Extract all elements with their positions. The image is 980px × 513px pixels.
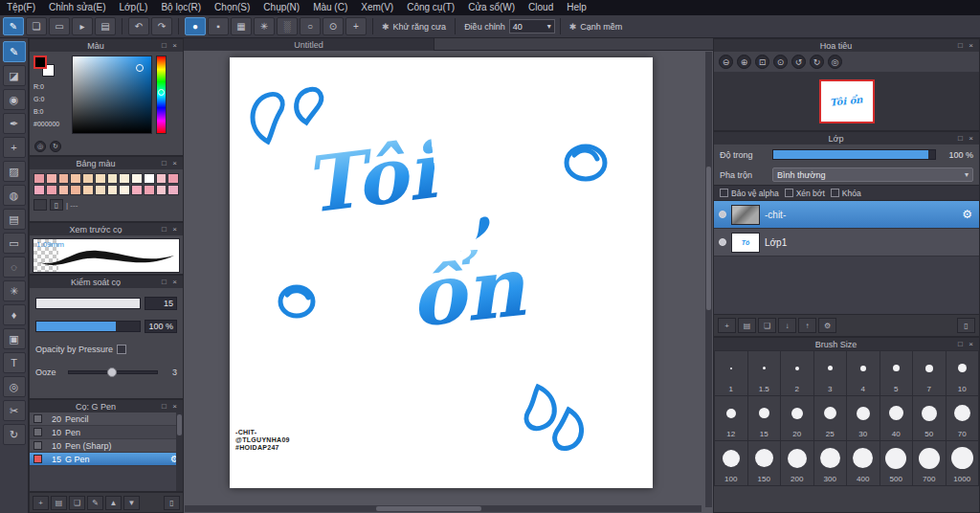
new-layer-icon[interactable]: + — [718, 318, 736, 333]
blend-mode-dropdown[interactable]: Bình thường ▾ — [772, 167, 973, 182]
horizontal-scrollbar[interactable] — [185, 505, 702, 512]
menu-tools[interactable]: Công cụ(T) — [400, 0, 461, 15]
navigator-thumbnail[interactable]: Tôi ổn — [819, 79, 875, 123]
brush-size-cell[interactable]: 10 — [947, 351, 979, 395]
new-folder-icon[interactable]: ▤ — [738, 318, 756, 333]
layer-settings-icon[interactable]: ⚙ — [818, 318, 836, 333]
brush-size-cell[interactable]: 12 — [715, 396, 747, 440]
brush-size-cell[interactable]: 400 — [847, 441, 880, 485]
duplicate-brush-icon[interactable]: ❏ — [69, 496, 85, 510]
magic-wand-tool-icon[interactable]: ✳ — [3, 280, 26, 301]
brush-size-cell[interactable]: 1000 — [947, 441, 979, 485]
brush-size-cell[interactable]: 300 — [814, 441, 847, 485]
brush-folder-icon[interactable]: ▤ — [51, 496, 67, 510]
swap-colors-icon[interactable]: ↻ — [50, 141, 61, 152]
scrollbar-thumb[interactable] — [376, 506, 481, 511]
delete-color-icon[interactable]: ▯ — [50, 199, 63, 211]
palette-swatch[interactable] — [33, 173, 45, 184]
brush-size-cell[interactable]: 5 — [880, 351, 913, 395]
canvas-viewport[interactable]: Tôi ổn -CHIT- — [184, 51, 713, 513]
add-brush-icon[interactable]: + — [33, 496, 49, 510]
window-icon[interactable]: ▭ — [49, 17, 70, 35]
saturation-value-picker[interactable] — [72, 56, 152, 134]
brush-size-cell[interactable]: 7 — [913, 351, 946, 395]
close-icon[interactable]: × — [966, 340, 976, 349]
brush-size-cell[interactable]: 30 — [847, 396, 880, 440]
brush-size-cell[interactable]: 20 — [781, 396, 813, 440]
brush-size-cell[interactable]: 200 — [781, 441, 813, 485]
antialias-label[interactable]: Khử răng cưa — [393, 22, 447, 32]
popout-icon[interactable]: □ — [955, 340, 966, 349]
bucket-tool-icon[interactable]: ◍ — [3, 185, 26, 206]
popout-icon[interactable]: □ — [159, 225, 169, 234]
pen-mode-icon[interactable]: ✎ — [3, 17, 24, 35]
menu-snap[interactable]: Chụp(N) — [256, 0, 306, 15]
tip-star-icon[interactable]: ✳ — [254, 17, 275, 35]
tip-spray-icon[interactable]: ░ — [277, 17, 298, 35]
close-icon[interactable]: × — [169, 225, 180, 234]
palette-swatch[interactable] — [144, 185, 155, 195]
palette-swatch[interactable] — [107, 185, 119, 195]
brush-list-item-selected[interactable]: 15 G Pen ⚙ — [30, 453, 183, 466]
palette-swatch[interactable] — [156, 185, 167, 195]
move-tool-icon[interactable]: + — [3, 137, 26, 158]
layer-row-selected[interactable]: -chit- ⚙ — [714, 201, 979, 229]
rotate-ccw-icon[interactable]: ↺ — [791, 55, 806, 69]
brush-size-cell[interactable]: 50 — [913, 396, 946, 440]
panel-tool-icon[interactable]: ▣ — [3, 328, 26, 349]
select-tool-icon[interactable]: ▭ — [3, 233, 26, 254]
palette-swatch[interactable] — [167, 185, 179, 195]
palette-swatch[interactable] — [119, 173, 130, 184]
soft-edge-label[interactable]: Cạnh mềm — [580, 22, 622, 32]
brush-list-item[interactable]: 10 Pen — [30, 426, 183, 439]
duplicate-layer-icon[interactable]: ❏ — [758, 318, 776, 333]
brush-size-cell[interactable]: 4 — [847, 351, 880, 395]
popout-icon[interactable]: □ — [159, 402, 169, 412]
brush-size-cell[interactable]: 3 — [814, 351, 847, 395]
zoom-out-icon[interactable]: ⊖ — [719, 55, 733, 69]
menu-filter[interactable]: Bộ lọc(R) — [154, 0, 208, 15]
delete-brush-icon[interactable]: ▯ — [164, 496, 180, 510]
brush-list-scrollbar[interactable] — [176, 413, 183, 491]
scissors-tool-icon[interactable]: ✂ — [3, 400, 26, 421]
brush-size-cell[interactable]: 1.5 — [748, 351, 781, 395]
lock-option[interactable]: Khóa — [831, 189, 861, 198]
fg-bg-swatches[interactable] — [33, 56, 56, 78]
eyedropper-tool-icon[interactable]: ◎ — [3, 376, 26, 397]
brush-down-icon[interactable]: ▼ — [123, 496, 140, 510]
menu-cloud[interactable]: Cloud — [522, 0, 560, 15]
hue-slider[interactable] — [156, 56, 167, 134]
move-up-icon[interactable]: ↑ — [798, 318, 816, 333]
stamp-tool-icon[interactable]: ♦ — [3, 304, 26, 325]
protect-alpha-checkbox[interactable] — [720, 189, 728, 197]
reset-view-icon[interactable]: ◎ — [828, 55, 842, 69]
palette-swatch[interactable] — [82, 185, 94, 195]
brush-size-cell[interactable]: 500 — [880, 441, 913, 485]
tip-target-icon[interactable]: ⊙ — [323, 17, 344, 35]
palette-swatch[interactable] — [70, 185, 81, 195]
brush-list-item[interactable]: 10 Pen (Sharp) — [30, 439, 183, 453]
rotate-cw-icon[interactable]: ↻ — [810, 55, 824, 69]
pen-tool-icon[interactable]: ✒ — [3, 113, 26, 134]
ooze-knob[interactable] — [107, 368, 117, 377]
menu-layer[interactable]: Lớp(L) — [113, 0, 155, 15]
brush-tool-icon[interactable]: ✎ — [3, 41, 26, 62]
protect-alpha-option[interactable]: Bảo vệ alpha — [720, 189, 779, 198]
panels-icon[interactable]: ❏ — [26, 17, 47, 35]
palette-swatch[interactable] — [95, 185, 106, 195]
close-icon[interactable]: × — [966, 41, 976, 51]
palette-swatch[interactable] — [131, 185, 143, 195]
vertical-scrollbar[interactable] — [705, 52, 712, 507]
palette-swatch[interactable] — [156, 173, 167, 184]
close-icon[interactable]: × — [169, 41, 180, 51]
popout-icon[interactable]: □ — [159, 159, 169, 168]
sv-indicator[interactable] — [136, 64, 144, 72]
layers-icon[interactable]: ▤ — [95, 17, 116, 35]
close-icon[interactable]: × — [169, 278, 180, 287]
hue-indicator[interactable] — [158, 89, 165, 96]
brush-size-cell[interactable]: 2 — [781, 351, 813, 395]
tip-square-icon[interactable]: ▪ — [208, 17, 229, 35]
scrollbar-thumb[interactable] — [177, 414, 182, 435]
pointer-icon[interactable]: ▸ — [72, 17, 93, 35]
brush-size-cell[interactable]: 150 — [748, 441, 781, 485]
